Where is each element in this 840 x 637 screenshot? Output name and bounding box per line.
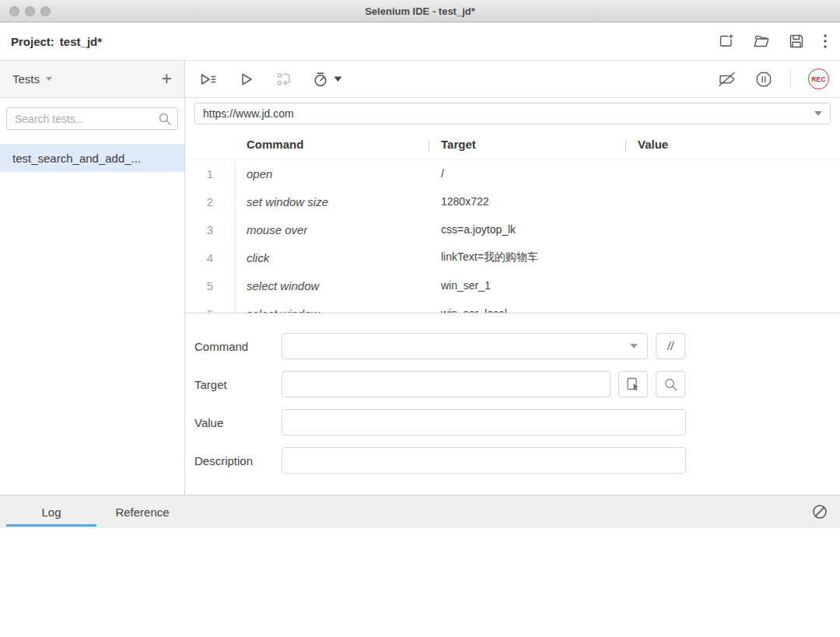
tab-log[interactable]: Log (6, 495, 96, 528)
project-header: Project: test_jd* (0, 23, 840, 61)
minimize-window-button[interactable] (25, 6, 35, 16)
toolbar-right: REC (717, 68, 829, 89)
command-row[interactable]: 2 set window size 1280x722 (185, 187, 840, 215)
bottom-tabbar: Log Reference (0, 495, 840, 528)
row-number: 6 (185, 299, 236, 313)
column-header-command: Command (236, 138, 429, 151)
main-panel: REC Command Target Value 1 (185, 61, 840, 495)
test-speed-button[interactable] (313, 70, 342, 89)
column-header-target: Target (429, 138, 625, 151)
app-body: Tests + test_search_and_add_... (0, 61, 840, 495)
url-input[interactable] (203, 107, 814, 120)
row-target: win_ser_local (429, 307, 625, 313)
project-actions (718, 33, 828, 50)
run-all-tests-icon (198, 70, 218, 89)
row-command: select window (236, 307, 429, 314)
clear-log-button[interactable] (811, 503, 828, 520)
row-number: 4 (185, 243, 236, 271)
log-content (0, 528, 840, 637)
target-input[interactable] (282, 371, 611, 397)
value-input[interactable] (282, 409, 686, 436)
more-menu-button[interactable] (823, 33, 828, 49)
log-actions (811, 495, 840, 528)
row-command: set window size (236, 195, 429, 208)
step-over-icon (275, 70, 292, 89)
row-number: 1 (185, 159, 236, 187)
column-header-value: Value (625, 138, 840, 151)
select-target-button[interactable] (618, 371, 648, 397)
search-tests-wrap (6, 107, 178, 130)
close-window-button[interactable] (9, 6, 19, 16)
open-project-button[interactable] (753, 33, 770, 50)
command-select[interactable] (282, 333, 648, 359)
command-edit-form: Command // Target (185, 313, 840, 495)
row-number: 2 (185, 187, 236, 215)
url-dropdown-caret-icon[interactable] (814, 111, 822, 116)
row-command: open (236, 167, 429, 180)
record-button[interactable]: REC (808, 68, 829, 89)
disable-breakpoints-icon (717, 70, 737, 89)
tests-dropdown-caret-icon[interactable] (46, 77, 52, 81)
run-test-icon (238, 70, 255, 89)
toggle-comment-button[interactable]: // (656, 333, 685, 359)
toolbar-left (198, 70, 342, 89)
command-field-label: Command (194, 340, 282, 353)
disable-breakpoints-button[interactable] (717, 70, 737, 89)
command-form-row: Command // (194, 333, 840, 359)
row-target: linkText=我的购物车 (429, 250, 625, 264)
run-current-test-button[interactable] (238, 70, 255, 89)
save-icon (788, 33, 805, 50)
stopwatch-icon (313, 70, 328, 89)
selenium-ide-window: Selenium IDE - test_jd* Project: test_jd… (0, 0, 840, 637)
tests-sidebar: Tests + test_search_and_add_... (0, 61, 185, 495)
row-number: 5 (185, 271, 236, 299)
sidebar-header: Tests + (0, 61, 184, 98)
tests-dropdown[interactable]: Tests (12, 72, 40, 86)
test-list-item[interactable]: test_search_and_add_... (0, 144, 184, 172)
row-command: click (236, 251, 429, 264)
window-title: Selenium IDE - test_jd* (0, 5, 840, 17)
bottom-panel: Log Reference (0, 495, 840, 637)
kebab-menu-icon (823, 33, 828, 49)
pause-on-exceptions-button[interactable] (754, 70, 773, 89)
playback-toolbar: REC (185, 61, 840, 98)
row-number: 3 (185, 215, 236, 243)
tab-reference[interactable]: Reference (96, 495, 188, 528)
target-form-row: Target (194, 371, 840, 397)
row-command: select window (236, 279, 429, 292)
traffic-lights (0, 6, 51, 16)
url-combobox[interactable] (194, 103, 831, 124)
step-over-button[interactable] (275, 70, 292, 89)
row-target: win_ser_1 (429, 279, 625, 292)
value-field-label: Value (194, 416, 282, 429)
test-list: test_search_and_add_... (0, 144, 184, 172)
url-bar-row (185, 98, 840, 129)
command-row[interactable]: 5 select window win_ser_1 (185, 271, 840, 299)
new-project-icon (718, 33, 735, 50)
speed-caret-icon (334, 76, 342, 82)
command-select-caret-icon (630, 344, 638, 348)
open-folder-icon (753, 33, 770, 50)
find-target-button[interactable] (656, 371, 685, 397)
save-project-button[interactable] (788, 33, 805, 50)
zoom-window-button[interactable] (40, 6, 51, 16)
comment-slashes-label: // (667, 340, 674, 352)
project-name: test_jd* (60, 35, 102, 48)
command-row[interactable]: 1 open / (185, 159, 840, 187)
command-row[interactable]: 4 click linkText=我的购物车 (185, 243, 840, 271)
row-command: mouse over (236, 223, 429, 236)
add-test-button[interactable]: + (162, 70, 172, 88)
new-project-button[interactable] (718, 33, 735, 50)
run-all-tests-button[interactable] (198, 70, 218, 89)
pause-on-exceptions-icon (754, 70, 773, 89)
select-target-icon (625, 376, 641, 392)
project-label: Project: (11, 35, 54, 48)
command-row[interactable]: 6 select window win_ser_local (185, 299, 840, 313)
command-row[interactable]: 3 mouse over css=a.joytop_lk (185, 215, 840, 243)
row-target: 1280x722 (429, 195, 625, 208)
target-field-label: Target (194, 378, 282, 391)
value-form-row: Value (194, 409, 840, 436)
search-tests-input[interactable] (6, 107, 178, 130)
description-input[interactable] (282, 447, 686, 474)
description-form-row: Description (194, 447, 840, 474)
